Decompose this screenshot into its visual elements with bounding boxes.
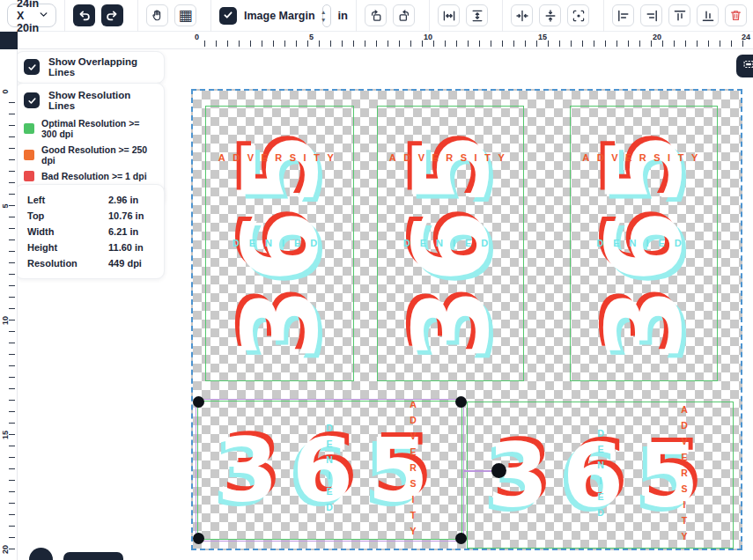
- design-image-1[interactable]: 365 ADVERSITY DENIED: [205, 106, 354, 381]
- trash-icon: [729, 9, 742, 22]
- align-bottom-button[interactable]: [697, 4, 719, 26]
- center-artboard-icon: [572, 9, 586, 23]
- optimal-color-swatch: [24, 123, 34, 134]
- unit-label: in: [337, 9, 348, 22]
- divider: [603, 0, 604, 32]
- info-row-left: Left 2.96 in: [27, 192, 155, 208]
- bottom-action-button[interactable]: [63, 552, 123, 560]
- rotate-handle[interactable]: [491, 463, 506, 478]
- design-artwork: 365 DENIED ADVERSITY: [198, 402, 461, 539]
- margin-stepper[interactable]: ▲ ▼: [321, 8, 326, 24]
- align-right-button[interactable]: [640, 4, 662, 26]
- align-bottom-icon: [701, 9, 715, 23]
- info-row-width: Width 6.21 in: [27, 224, 155, 239]
- design-image-5[interactable]: 365 DENIED ADVERSITY: [467, 402, 734, 549]
- center-artboard-button[interactable]: [567, 4, 589, 26]
- center-vertical-icon: [543, 9, 557, 23]
- rotate-left-button[interactable]: [365, 4, 387, 26]
- v-ruler: 05101520: [0, 49, 18, 560]
- check-icon: [27, 96, 37, 106]
- help-button[interactable]: [29, 548, 53, 560]
- stepper-up-icon[interactable]: ▲: [321, 8, 326, 16]
- info-value: 449 dpi: [108, 255, 142, 271]
- design-word-denied: DENIED: [378, 238, 523, 248]
- align-left-button[interactable]: [612, 4, 634, 26]
- image-margin-checkbox[interactable]: [219, 7, 237, 25]
- rotate-left-icon: [369, 9, 383, 23]
- divider: [64, 0, 65, 32]
- gang-sheet-canvas[interactable]: 365 ADVERSITY DENIED 365 ADVERSITY DENIE…: [191, 89, 742, 550]
- legend-item-optimal: Optimal Resolution >= 300 dpi: [24, 118, 157, 139]
- info-label: Height: [27, 239, 108, 255]
- fit-height-button[interactable]: [466, 4, 488, 26]
- center-horizontal-button[interactable]: [511, 4, 533, 26]
- legend-item-good: Good Resolution >= 250 dpi: [24, 144, 157, 166]
- info-value: 10.76 in: [108, 208, 144, 224]
- toolbar: 24in X 20in ▦ Image Margin ▲ ▼ in: [0, 0, 753, 32]
- align-left-icon: [616, 9, 631, 23]
- info-label: Width: [27, 224, 108, 239]
- fit-width-button[interactable]: [438, 4, 460, 26]
- image-margin-label: Image Margin: [244, 10, 315, 22]
- check-icon: [27, 63, 37, 72]
- chevron-down-icon: [39, 10, 48, 22]
- divider: [137, 0, 138, 32]
- redo-icon: [106, 9, 119, 22]
- show-resolution-lines-checkbox[interactable]: [24, 92, 40, 108]
- align-top-button[interactable]: [668, 4, 690, 26]
- design-artwork: 365 DENIED ADVERSITY: [468, 402, 733, 548]
- fit-height-icon: [470, 9, 484, 23]
- align-top-icon: [673, 9, 687, 23]
- show-resolution-lines-label: Show Resolution Lines: [48, 90, 157, 111]
- rotate-right-button[interactable]: [393, 4, 415, 26]
- design-artwork: 365 ADVERSITY DENIED: [206, 107, 353, 380]
- grid-icon: ▦: [178, 8, 192, 23]
- pan-tool-button[interactable]: [146, 4, 168, 26]
- delete-button[interactable]: [725, 4, 747, 26]
- design-word-denied: DENIED: [571, 238, 717, 248]
- ruler-corner: [0, 32, 18, 49]
- show-overlapping-lines-label: Show Overlapping Lines: [48, 56, 155, 77]
- legend-label: Optimal Resolution >= 300 dpi: [41, 118, 157, 139]
- legend-item-bad: Bad Resolution >= 1 dpi: [24, 171, 157, 181]
- sheet-size-value: 24in X 20in: [17, 0, 39, 34]
- hand-icon: [151, 9, 164, 22]
- collapse-panel-button[interactable]: [736, 55, 753, 77]
- design-artwork: 365 ADVERSITY DENIED: [378, 107, 523, 380]
- design-word-adversity: ADVERSITY: [206, 152, 353, 163]
- design-image-2[interactable]: 365 ADVERSITY DENIED: [377, 106, 524, 381]
- design-image-3[interactable]: 365 ADVERSITY DENIED: [570, 106, 718, 381]
- resize-handle-bottom-right[interactable]: [455, 533, 467, 544]
- resize-handle-top-right[interactable]: [455, 396, 467, 408]
- good-color-swatch: [24, 150, 34, 160]
- design-word-denied: DENIED: [595, 428, 606, 523]
- design-image-4-selected[interactable]: 365 DENIED ADVERSITY: [197, 401, 462, 540]
- grid-toggle-button[interactable]: ▦: [174, 4, 196, 26]
- show-overlapping-lines-checkbox[interactable]: [24, 59, 40, 75]
- resize-handle-top-left[interactable]: [193, 396, 204, 408]
- align-right-icon: [645, 9, 659, 23]
- check-icon: [223, 8, 233, 24]
- divider: [356, 0, 357, 32]
- selection-info-panel: Left 2.96 in Top 10.76 in Width 6.21 in …: [15, 184, 165, 279]
- design-artwork: 365 ADVERSITY DENIED: [571, 107, 717, 380]
- divider: [429, 0, 430, 32]
- design-word-adversity: ADVERSITY: [679, 404, 690, 547]
- divider: [210, 0, 211, 32]
- info-value: 6.21 in: [108, 224, 138, 239]
- sheet-size-selector[interactable]: 24in X 20in: [7, 4, 56, 27]
- h-ruler: 0510152024: [18, 32, 753, 49]
- bad-color-swatch: [24, 171, 34, 181]
- resize-handle-bottom-left[interactable]: [193, 533, 204, 544]
- undo-button[interactable]: [73, 4, 95, 26]
- center-vertical-button[interactable]: [539, 4, 561, 26]
- info-label: Resolution: [27, 255, 108, 271]
- info-row-resolution: Resolution 449 dpi: [27, 255, 155, 271]
- design-word-denied: DENIED: [324, 423, 335, 518]
- stepper-down-icon[interactable]: ▼: [321, 16, 326, 24]
- undo-icon: [78, 9, 91, 22]
- info-value: 2.96 in: [108, 192, 138, 208]
- image-margin-input-wrap: ▲ ▼: [322, 4, 332, 27]
- legend-label: Bad Resolution >= 1 dpi: [41, 171, 147, 181]
- redo-button[interactable]: [101, 4, 123, 26]
